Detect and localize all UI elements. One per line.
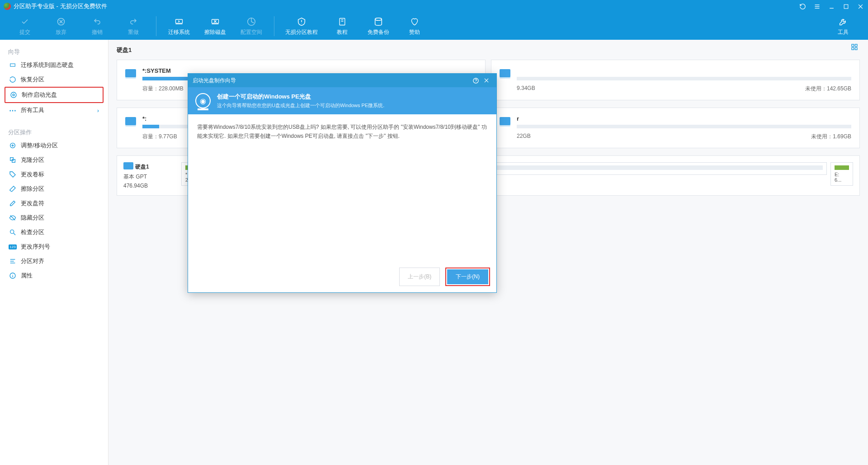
discard-label: 放弃	[56, 28, 66, 36]
quota-label: 配置空间	[241, 28, 262, 36]
sidebar-item-letter[interactable]: 更改盘符	[5, 196, 104, 211]
disk-icon	[500, 117, 510, 125]
menu-icon[interactable]	[813, 2, 821, 10]
boot-disc-wizard-modal: 启动光盘制作向导 ◉ 创建一个可启动的Windows PE光盘 这个向导将帮助您…	[188, 73, 497, 293]
sidebar-item-bootdisc[interactable]: 制作启动光盘	[5, 87, 104, 103]
sidebar-item-label: 迁移系统到固态硬盘	[21, 61, 74, 69]
disk-icon	[125, 69, 136, 77]
partition-name: r	[517, 115, 851, 122]
sidebar-item-label: 调整/移动分区	[21, 141, 58, 150]
dots-icon: ⋯	[9, 107, 16, 114]
separator	[274, 16, 274, 36]
sidebar-item-hide[interactable]: 隐藏分区	[5, 211, 104, 225]
usage-bar	[517, 125, 851, 128]
migrate-button[interactable]: 迁移系统	[161, 14, 197, 39]
partition-card[interactable]: r 22GB未使用：1.69GB	[491, 108, 860, 148]
free-label: 未使用：142.65GB	[805, 85, 851, 93]
backup-label: 免费备份	[368, 28, 389, 36]
modal-body: 需要将Windows7/8/10系统安装到您的USB盘上吗? 如果您需要, 可以…	[188, 114, 496, 261]
disk-map-part[interactable]: E:6...	[830, 162, 853, 186]
disc-icon	[10, 91, 17, 99]
tag-icon	[9, 171, 16, 178]
sidebar-item-label[interactable]: 更改卷标	[5, 167, 104, 182]
chevron-right-icon: ›	[97, 107, 99, 114]
sidebar-item-label: 更改卷标	[21, 170, 44, 178]
sidebar-section-ops: 分区操作	[5, 125, 104, 138]
redo-label: 重做	[128, 28, 139, 36]
tutorial-button[interactable]: 无损分区教程	[279, 14, 324, 39]
guide-button[interactable]: 教程	[324, 14, 360, 39]
svg-point-25	[13, 94, 14, 96]
svg-rect-41	[855, 47, 857, 50]
undo-label: 撤销	[92, 28, 103, 36]
recover-icon	[9, 76, 16, 83]
disk-info[interactable]: 硬盘1 基本 GPT 476.94GB	[123, 162, 178, 189]
help-icon[interactable]	[470, 75, 481, 86]
modal-header-title: 创建一个可启动的Windows PE光盘	[217, 93, 384, 101]
svg-point-22	[375, 18, 382, 20]
submit-button[interactable]: 提交	[7, 14, 43, 39]
clone-icon	[9, 156, 16, 164]
sidebar-item-recover[interactable]: 恢复分区	[5, 72, 104, 87]
serial-icon: 123	[9, 243, 16, 250]
refresh-icon[interactable]	[798, 2, 807, 10]
sidebar-item-align[interactable]: 分区对齐	[5, 254, 104, 268]
search-icon	[9, 229, 16, 236]
sidebar-item-clone[interactable]: 克隆分区	[5, 153, 104, 167]
sidebar-item-label: 擦除分区	[21, 185, 44, 193]
sidebar-item-resize[interactable]: 调整/移动分区	[5, 138, 104, 153]
partition-name	[517, 67, 851, 74]
sidebar-item-label: 检查分区	[21, 228, 44, 236]
sponsor-button[interactable]: 赞助	[396, 14, 433, 39]
disk-size: 476.94GB	[123, 183, 178, 189]
sidebar-item-check[interactable]: 检查分区	[5, 225, 104, 240]
submit-label: 提交	[19, 28, 30, 36]
sidebar-item-label: 更改盘符	[21, 199, 44, 207]
sidebar-item-wipe[interactable]: 擦除分区	[5, 182, 104, 196]
capacity-label: 容量：228.00MB	[142, 85, 184, 93]
part-size: 6...	[835, 177, 849, 183]
tools-label: 工具	[838, 28, 849, 36]
close-icon[interactable]	[856, 2, 864, 10]
sidebar-item-serial[interactable]: 123更改序列号	[5, 240, 104, 254]
maximize-icon[interactable]	[842, 2, 850, 10]
align-icon	[9, 258, 16, 265]
wipe-button[interactable]: 擦除磁盘	[197, 14, 233, 39]
svg-rect-38	[852, 44, 854, 47]
sidebar-item-label: 隐藏分区	[21, 214, 44, 222]
discard-button[interactable]: 放弃	[43, 14, 79, 39]
backup-button[interactable]: 免费备份	[360, 14, 396, 39]
titlebar: 分区助手专业版 - 无损分区免费软件	[0, 0, 868, 13]
tools-button[interactable]: 工具	[825, 14, 861, 39]
disk-icon	[123, 162, 133, 169]
disk-icon	[125, 117, 136, 125]
grid-view-icon[interactable]	[850, 42, 859, 52]
modal-header: ◉ 创建一个可启动的Windows PE光盘 这个向导将帮助您在您的U盘或光盘上…	[188, 87, 496, 114]
minimize-icon[interactable]	[827, 2, 835, 10]
sidebar-item-props[interactable]: 属性	[5, 268, 104, 283]
wipe-label: 擦除磁盘	[204, 28, 226, 36]
sidebar-item-migrate-ssd[interactable]: 迁移系统到固态硬盘	[5, 58, 104, 72]
svg-point-30	[10, 230, 14, 234]
next-button[interactable]: 下一步(N)	[447, 269, 488, 284]
partition-card[interactable]: 9.34GB未使用：142.65GB	[491, 60, 860, 100]
tutorial-label: 无损分区教程	[285, 28, 318, 36]
sidebar-item-label: 所有工具	[21, 106, 44, 114]
sidebar-item-alltools[interactable]: ⋯所有工具›	[5, 103, 104, 117]
free-label: 未使用：1.69GB	[811, 133, 851, 141]
close-icon[interactable]	[481, 75, 492, 86]
svg-line-31	[14, 233, 15, 235]
disk-name: 硬盘1	[135, 163, 149, 171]
sidebar-item-label: 克隆分区	[21, 156, 44, 164]
toolbar: 提交 放弃 撤销 重做 迁移系统 擦除磁盘 配置空间 无损分区教程 教程 免费备…	[0, 13, 868, 40]
modal-title: 启动光盘制作向导	[193, 77, 470, 85]
redo-button[interactable]: 重做	[115, 14, 151, 39]
disk-type: 基本 GPT	[123, 173, 178, 181]
sidebar-section-wizard: 向导	[5, 44, 104, 58]
quota-button[interactable]: 配置空间	[233, 14, 269, 39]
next-button-highlight: 下一步(N)	[445, 268, 490, 286]
svg-rect-23	[10, 64, 15, 66]
undo-button[interactable]: 撤销	[79, 14, 115, 39]
resize-icon	[9, 142, 16, 149]
guide-label: 教程	[337, 28, 348, 36]
